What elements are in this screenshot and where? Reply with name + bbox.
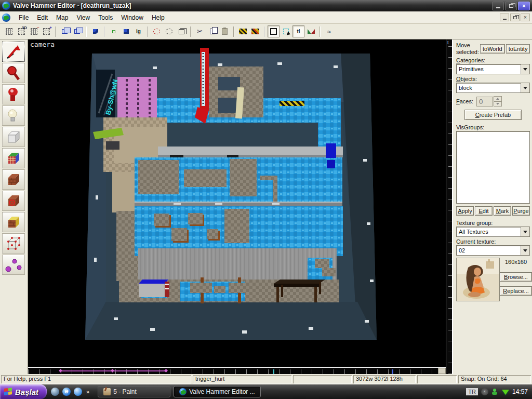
toggle-grid-button[interactable] [3,25,15,37]
camera-tool-button[interactable] [2,84,25,104]
mdi-document-icon[interactable] [2,14,10,22]
cordon-button[interactable] [176,25,188,37]
menu-file[interactable]: File [15,12,33,23]
visgroup-apply-button[interactable]: Apply [456,206,474,216]
quick-launch-icon-2[interactable] [74,388,82,396]
selection-tool-button[interactable] [2,42,25,62]
quick-launch-icon-1[interactable] [51,388,59,396]
texture-application-icon [4,150,23,167]
menu-tools[interactable]: Tools [94,12,117,23]
texture-application-tool-button[interactable] [2,148,25,168]
smaller-grid-button[interactable]: − [28,25,40,37]
paint-icon [103,388,111,395]
start-button[interactable]: Başlat [0,384,47,399]
hide-unselected-button[interactable] [163,25,175,37]
system-tray: TR ‹ 14:57 [462,388,532,395]
faces-input[interactable] [476,97,493,107]
vertex-tool-button[interactable] [2,233,25,254]
ignore-groups-button[interactable]: ig [132,25,144,37]
minimize-button[interactable] [492,2,504,10]
to-world-button[interactable]: toWorld [480,44,505,54]
magnify-tool-button[interactable] [2,63,25,83]
vertical-ruler[interactable]: t [446,39,452,374]
close-button[interactable]: × [518,2,530,10]
select-toggle-button[interactable] [268,25,280,37]
language-indicator[interactable]: TR [466,388,478,395]
replace-button[interactable]: Replace... [500,286,532,296]
mdi-minimize-button[interactable] [500,14,509,21]
magnify-selection-button[interactable] [280,25,292,37]
visgroup-purge-button[interactable]: Purge [512,206,530,216]
internet-explorer-icon[interactable]: e [62,388,71,396]
selection-tool-icon [4,44,23,60]
hide-selected-button[interactable] [151,25,163,37]
create-prefab-button[interactable]: Create Prefab [464,110,522,120]
status-blank2 [417,375,457,383]
categories-select[interactable]: Primitives [456,64,530,74]
apply-decals-tool-button[interactable] [2,191,25,211]
hammer-icon [179,388,187,395]
task-paint[interactable]: 5 - Paint [98,386,170,397]
blue-accent [326,143,336,158]
gray-beam [158,147,343,155]
to-entity-button[interactable]: toEntity [506,44,530,54]
block-tool-icon [4,129,23,145]
texture-lock-tl-button[interactable]: tl [292,25,304,37]
visgroup-edit-button[interactable]: Edit [475,206,493,216]
save-window-state-button[interactable] [71,25,83,37]
title-bar: Valve Hammer Editor - [deathrun_tuzak] × [0,0,532,11]
restore-button[interactable] [505,2,517,10]
horizontal-ruler[interactable] [28,367,446,374]
task-hammer-editor[interactable]: Valve Hammer Editor ... [174,386,260,397]
larger-grid-button[interactable]: + [41,25,52,37]
current-texture-select[interactable]: 02 [456,245,530,256]
menu-edit[interactable]: Edit [33,12,52,23]
path-tool-button[interactable] [2,255,25,275]
group-button[interactable] [108,25,119,37]
windows-logo-icon [4,388,12,396]
app-hammer-icon [2,2,10,10]
entity-report-button[interactable]: ≈ [323,25,335,37]
texture-group-select[interactable]: All Textures [456,227,530,237]
chevron-down-icon[interactable] [521,64,529,74]
paste-button[interactable] [219,25,231,37]
cut-button[interactable]: ✂ [194,25,206,37]
texture-scaling-lock-button[interactable] [249,25,261,37]
tray-icon-messenger[interactable] [491,388,499,395]
chevron-more-icon[interactable]: » [85,389,90,395]
entity-tool-icon [4,108,23,124]
entity-tool-button[interactable] [2,105,25,126]
copy-button[interactable] [206,25,218,37]
camera-viewport[interactable]: By-Sh@wN [28,39,446,367]
toggle-3d-grid-button[interactable]: 3D [16,25,28,37]
menu-map[interactable]: Map [52,12,72,23]
faces-stepper[interactable] [494,96,502,107]
menu-help[interactable]: Help [148,12,169,23]
texture-group-label: Texture group: [456,220,530,226]
mdi-close-button[interactable]: × [521,14,530,21]
menu-window[interactable]: Window [117,12,148,23]
visgroup-mark-button[interactable]: Mark [494,206,511,216]
ruler-scroll-button[interactable] [438,368,446,374]
texture-lock-button[interactable] [237,25,249,37]
objects-select[interactable]: block [456,83,530,93]
tray-icon-volume[interactable]: ‹ [481,388,488,395]
status-bar: For Help, press F1 trigger_hurt 3072w 30… [0,374,532,384]
object-bar: Move selected: toWorld toEntity Categori… [452,39,532,374]
ungroup-button[interactable] [120,25,132,37]
taskbar-clock[interactable]: 14:57 [512,388,528,395]
chevron-down-icon[interactable] [521,83,529,92]
chevron-down-icon[interactable] [521,246,529,255]
tray-icon-update[interactable] [502,390,509,395]
clipping-tool-button[interactable] [2,212,25,232]
flip-faces-button[interactable] [305,25,317,37]
undo-button[interactable] [89,25,101,37]
browse-button[interactable]: Browse... [500,272,532,282]
block-tool-button[interactable] [2,127,25,147]
load-window-state-button[interactable] [59,25,71,37]
menu-view[interactable]: View [72,12,94,23]
visgroups-list[interactable] [456,131,530,204]
apply-texture-tool-button[interactable] [2,169,25,190]
chevron-down-icon[interactable] [521,227,529,236]
mdi-restore-button[interactable] [510,14,520,21]
